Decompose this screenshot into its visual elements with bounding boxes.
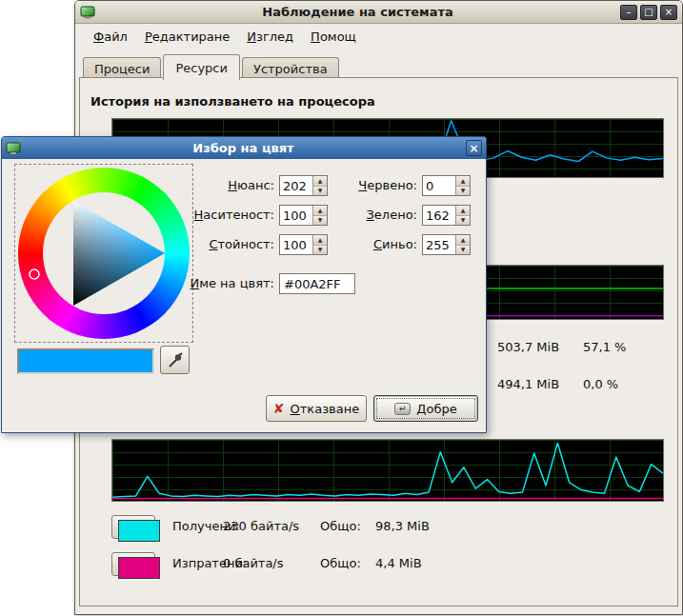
ok-button[interactable]: ↵ Добре	[373, 395, 478, 422]
menu-edit[interactable]: Редактиране	[136, 26, 238, 48]
tab-bar: Процеси Ресурси Устройства	[83, 50, 341, 78]
green-spin-up-icon[interactable]: ▲	[456, 206, 470, 216]
green-label: Зелено:	[314, 205, 417, 226]
memory-used-value: 503,7 MiB	[497, 340, 559, 354]
saturation-label: Наситеност:	[162, 205, 274, 226]
color-preview	[17, 348, 154, 374]
menubar: Файл Редактиране Изглед Помощ	[75, 24, 682, 49]
red-label: Червено:	[314, 175, 417, 196]
sent-rate: 0 байта/s	[223, 556, 284, 570]
red-spinbox: ▲ ▼	[422, 175, 471, 196]
green-input[interactable]	[423, 206, 455, 225]
eyedropper-button[interactable]	[160, 346, 190, 374]
value-input[interactable]	[280, 235, 312, 254]
dialog-titlebar[interactable]: Избор на цвят ×	[2, 137, 486, 159]
received-total-label: Общо:	[320, 519, 361, 533]
memory-used-percent: 57,1 %	[583, 340, 626, 354]
network-history-chart	[111, 439, 664, 502]
sent-total: 4,4 MiB	[375, 556, 422, 570]
green-spin-down-icon[interactable]: ▼	[456, 216, 470, 226]
close-icon[interactable]: ×	[660, 5, 677, 20]
saturation-input[interactable]	[280, 206, 312, 225]
blue-input[interactable]	[423, 235, 455, 254]
menu-view[interactable]: Изглед	[238, 26, 302, 48]
cpu-history-heading: История на използването на процесора	[90, 94, 375, 109]
received-color-button[interactable]	[111, 515, 155, 539]
tab-processes[interactable]: Процеси	[83, 57, 161, 79]
tab-resources[interactable]: Ресурси	[163, 54, 240, 80]
received-total: 98,3 MiB	[375, 519, 430, 533]
swap-used-percent: 0,0 %	[583, 377, 618, 391]
hue-label: Нюанс:	[162, 175, 274, 196]
received-color-swatch	[118, 520, 160, 542]
blue-spinbox: ▲ ▼	[422, 234, 471, 255]
menu-file[interactable]: Файл	[85, 26, 136, 48]
green-spinbox: ▲ ▼	[422, 205, 471, 226]
ok-enter-icon: ↵	[394, 403, 411, 415]
sent-color-button[interactable]	[111, 552, 155, 576]
cancel-button[interactable]: ✘ Отказване	[266, 395, 367, 422]
minimize-icon[interactable]: –	[620, 5, 637, 20]
value-label: Стойност:	[162, 234, 274, 255]
app-icon	[80, 5, 95, 20]
color-name-label: Име на цвят:	[162, 273, 274, 294]
tab-devices[interactable]: Устройства	[242, 57, 339, 79]
blue-label: Синьо:	[314, 234, 417, 255]
dialog-close-icon[interactable]: ×	[466, 140, 482, 156]
network-sent-row: Изпратени: 0 байта/s Общо: 4,4 MiB	[111, 552, 645, 576]
color-name-input[interactable]	[279, 273, 355, 294]
red-spin-up-icon[interactable]: ▲	[456, 176, 470, 187]
menu-help[interactable]: Помощ	[302, 26, 365, 48]
blue-spin-up-icon[interactable]: ▲	[456, 235, 470, 246]
network-received-row: Получени: 230 байта/s Общо: 98,3 MiB	[111, 515, 645, 539]
sent-color-swatch	[118, 557, 160, 579]
hue-input[interactable]	[280, 176, 312, 195]
received-rate: 230 байта/s	[223, 519, 299, 533]
ok-button-label: Добре	[416, 402, 456, 416]
red-spin-down-icon[interactable]: ▼	[456, 187, 470, 196]
main-window-title: Наблюдение на системата	[100, 5, 615, 19]
cancel-button-label: Отказване	[291, 402, 360, 416]
dialog-app-icon	[6, 141, 21, 156]
red-input[interactable]	[423, 176, 455, 195]
color-picker-dialog: Избор на цвят ×	[1, 136, 487, 433]
cancel-x-icon: ✘	[273, 402, 285, 415]
dialog-title: Избор на цвят	[26, 141, 461, 155]
eyedropper-icon	[167, 351, 184, 368]
maximize-icon[interactable]: □	[640, 5, 657, 20]
sent-total-label: Общо:	[320, 556, 361, 570]
blue-spin-down-icon[interactable]: ▼	[456, 246, 470, 255]
swap-used-value: 494,1 MiB	[497, 377, 559, 391]
main-window-titlebar[interactable]: Наблюдение на системата – □ ×	[75, 1, 682, 24]
